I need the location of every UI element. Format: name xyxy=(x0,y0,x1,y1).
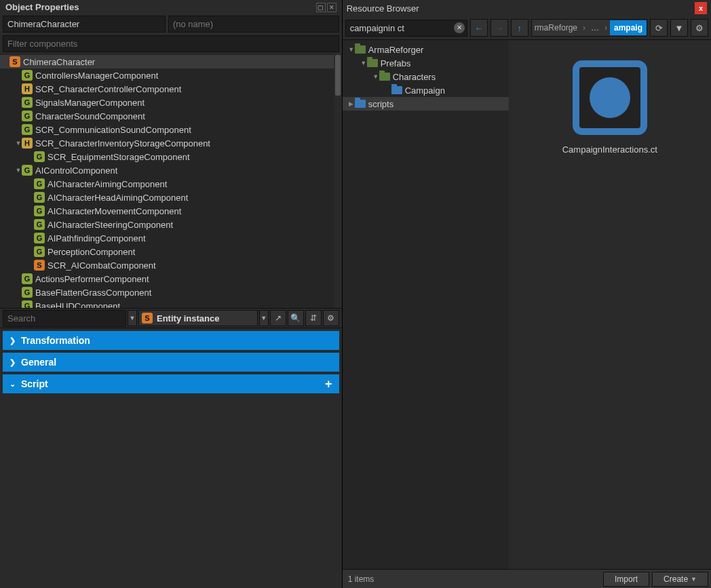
folder-row[interactable]: Characters xyxy=(343,70,509,83)
tree-row[interactable]: HSCR_CharacterControllerComponent xyxy=(0,82,342,96)
nav-forward-button[interactable]: → xyxy=(491,19,508,37)
tree-row[interactable]: GAICharacterAimingComponent xyxy=(0,177,342,191)
add-icon[interactable]: + xyxy=(325,377,332,391)
open-external-icon[interactable]: ↗ xyxy=(270,310,286,326)
panel-close-icon[interactable]: ✕ xyxy=(327,3,337,12)
chevron-down-icon: ▼ xyxy=(691,576,697,583)
tree-row[interactable]: GPerceptionComponent xyxy=(0,245,342,258)
tree-row[interactable]: SSCR_AICombatComponent xyxy=(0,258,342,272)
gear-icon[interactable]: ⚙ xyxy=(691,19,708,37)
folder-open-icon xyxy=(379,73,390,81)
section-label: Transformation xyxy=(21,335,90,346)
tree-row[interactable]: GAICharacterMovementComponent xyxy=(0,204,342,218)
clear-search-icon[interactable]: ✕ xyxy=(454,22,465,33)
panel-title-text: Object Properties xyxy=(5,2,79,12)
component-badge-icon: S xyxy=(34,260,45,271)
tree-row[interactable]: GControllersManagerComponent xyxy=(0,68,342,82)
tree-row-label: SCR_CharacterInventoryStorageComponent xyxy=(35,138,210,149)
import-button[interactable]: Import xyxy=(603,572,649,587)
entity-badge-icon: S xyxy=(142,313,153,324)
breadcrumb-active[interactable]: ampaig xyxy=(610,20,647,35)
folder-arrow-icon[interactable] xyxy=(372,73,379,80)
create-button[interactable]: Create▼ xyxy=(652,572,708,587)
folder-arrow-icon[interactable] xyxy=(360,60,367,66)
tree-arrow-icon[interactable] xyxy=(15,167,22,174)
rb-folder-tree[interactable]: ArmaReforgerPrefabsCharactersCampaignscr… xyxy=(343,40,509,569)
tree-row[interactable]: GAIControlComponent xyxy=(0,163,342,177)
entity-dropdown-icon[interactable]: ▼ xyxy=(259,310,269,326)
tree-row[interactable]: GSCR_CommunicationSoundComponent xyxy=(0,123,342,136)
section-general[interactable]: ❯General xyxy=(3,353,339,372)
component-badge-icon: G xyxy=(22,287,33,298)
chevron-right-icon: ❯ xyxy=(9,336,16,345)
component-badge-icon: G xyxy=(22,300,33,308)
entity-chip[interactable]: S Entity instance xyxy=(138,310,258,326)
object-properties-title: Object Properties ▢ ✕ xyxy=(0,0,342,14)
file-thumbnail-icon[interactable] xyxy=(573,60,647,135)
search-dropdown-icon[interactable]: ▼ xyxy=(128,310,137,326)
rb-search-input[interactable] xyxy=(345,20,467,37)
entity-name-input[interactable] xyxy=(3,16,166,33)
search-icon[interactable]: 🔍 xyxy=(288,310,304,326)
hierarchy-icon[interactable]: ⇵ xyxy=(305,310,322,326)
tree-row[interactable]: GCharacterSoundComponent xyxy=(0,109,342,123)
component-badge-icon: G xyxy=(22,111,33,121)
breadcrumb[interactable]: rmaReforge › … › ampaig xyxy=(531,19,647,37)
tree-row[interactable]: GSCR_EquipmentStorageComponent xyxy=(0,150,342,163)
section-script[interactable]: ⌄Script + xyxy=(3,374,339,393)
component-badge-icon: G xyxy=(34,178,45,189)
refresh-icon[interactable]: ⟳ xyxy=(650,19,668,37)
tree-row[interactable]: GActionsPerformerComponent xyxy=(0,272,342,286)
entity-chip-label: Entity instance xyxy=(157,313,219,324)
folder-row[interactable]: ArmaReforger xyxy=(343,43,509,56)
entity-displayname-input[interactable] xyxy=(168,16,339,33)
component-badge-icon: G xyxy=(34,192,45,203)
tree-row[interactable]: SChimeraCharacter xyxy=(0,55,342,68)
panel-detach-icon[interactable]: ▢ xyxy=(316,3,326,12)
rb-file-view[interactable]: CampaignInteractions.ct xyxy=(509,40,711,569)
component-badge-icon: S xyxy=(9,56,20,67)
folder-arrow-icon[interactable] xyxy=(348,46,355,53)
breadcrumb-ellipsis[interactable]: … xyxy=(588,23,602,33)
tree-row-label: ControllersManagerComponent xyxy=(35,71,158,81)
tree-row[interactable]: GSignalsManagerComponent xyxy=(0,96,342,109)
tree-row-label: AICharacterMovementComponent xyxy=(47,206,181,216)
component-badge-icon: H xyxy=(22,138,33,149)
gear-icon[interactable]: ⚙ xyxy=(323,310,339,326)
tree-row-label: AIControlComponent xyxy=(35,165,117,176)
folder-label: scripts xyxy=(368,99,394,109)
folder-row[interactable]: Campaign xyxy=(343,83,509,97)
file-name-label: CampaignInteractions.ct xyxy=(562,144,657,155)
folder-row[interactable]: Prefabs xyxy=(343,56,509,70)
tree-row[interactable]: GAICharacterSteeringComponent xyxy=(0,218,342,231)
filter-components-input[interactable] xyxy=(3,35,339,52)
tree-row[interactable]: GAIPathfindingComponent xyxy=(0,231,342,245)
tree-row-label: SignalsManagerComponent xyxy=(35,98,145,108)
tree-row-label: BaseFlattenGrassComponent xyxy=(35,288,151,298)
resource-browser-title: Resource Browser xyxy=(347,3,419,14)
component-badge-icon: G xyxy=(22,273,33,284)
folder-open-icon xyxy=(367,59,378,67)
tree-row[interactable]: GBaseHUDComponent xyxy=(0,299,342,308)
component-tree[interactable]: SChimeraCharacterGControllersManagerComp… xyxy=(0,54,342,308)
section-transformation[interactable]: ❯Transformation xyxy=(3,331,339,350)
nav-up-button[interactable]: ↑ xyxy=(511,19,529,37)
chevron-right-icon: › xyxy=(602,23,610,33)
nav-back-button[interactable]: ← xyxy=(470,19,488,37)
component-badge-icon: G xyxy=(22,97,33,108)
tree-scrollbar[interactable] xyxy=(334,54,342,308)
folder-row[interactable]: scripts xyxy=(343,97,509,111)
tree-row[interactable]: GBaseFlattenGrassComponent xyxy=(0,286,342,299)
folder-label: Campaign xyxy=(405,85,445,96)
close-button[interactable]: x xyxy=(695,2,707,14)
breadcrumb-part[interactable]: rmaReforge xyxy=(532,23,580,33)
search-input[interactable] xyxy=(3,310,126,327)
tree-row-label: PerceptionComponent xyxy=(47,247,135,257)
filter-icon[interactable]: ▼ xyxy=(670,19,688,37)
tree-row-label: CharacterSoundComponent xyxy=(35,111,145,121)
tree-row[interactable]: GAICharacterHeadAimingComponent xyxy=(0,191,342,204)
tree-row-label: ChimeraCharacter xyxy=(23,57,95,67)
tree-row[interactable]: HSCR_CharacterInventoryStorageComponent xyxy=(0,136,342,150)
tree-arrow-icon[interactable] xyxy=(15,140,22,146)
folder-arrow-icon[interactable] xyxy=(348,100,355,107)
